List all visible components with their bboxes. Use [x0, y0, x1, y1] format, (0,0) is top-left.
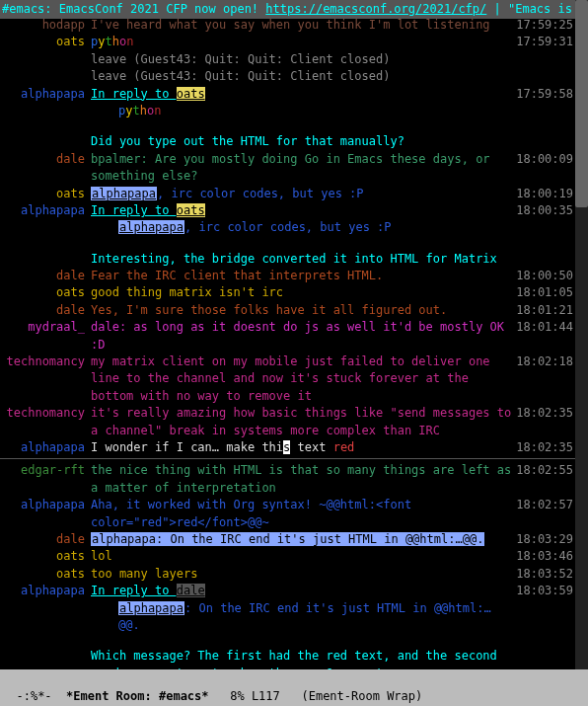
nick-column: dale — [0, 531, 91, 548]
timestamp: 18:02:35 — [516, 405, 575, 422]
message-body: alphapapa, irc color codes, but yes :P — [91, 186, 516, 202]
nick-mydraal_: mydraal_ — [28, 320, 85, 334]
timestamp: 17:59:25 — [516, 17, 575, 34]
mention-alphapapa[interactable]: alphapapa — [118, 601, 184, 615]
message-body: Interesting, the bridge converted it int… — [91, 251, 516, 268]
nick-alphapapa: alphapapa — [21, 498, 85, 511]
nick-column: oats — [0, 34, 91, 50]
timestamp: 18:01:44 — [516, 319, 575, 336]
message-row: mydraal_dale: as long as it doesnt do js… — [0, 319, 575, 353]
in-reply-to-link[interactable]: In reply to — [91, 584, 177, 597]
nick-alphapapa: alphapapa — [21, 87, 85, 101]
reply-target-nick[interactable]: oats — [177, 87, 205, 101]
nick-alphapapa: alphapapa — [21, 584, 85, 597]
in-reply-to-link[interactable]: In reply to — [91, 203, 177, 217]
scrollbar-thumb[interactable] — [575, 0, 588, 207]
message-row: alphapapaIn reply to oatsalphapapa, irc … — [0, 202, 575, 237]
nick-column: technomancy — [0, 405, 91, 422]
message-body: too many layers — [91, 566, 516, 583]
nick-dale: dale — [56, 269, 85, 282]
message-body: Fear the IRC client that interprets HTML… — [91, 268, 516, 284]
timestamp: 18:03:46 — [516, 548, 575, 565]
message-body: dale: as long as it doesnt do js as well… — [91, 319, 516, 353]
message-row: dalebpalmer: Are you mostly doing Go in … — [0, 151, 575, 186]
read-marker — [0, 458, 575, 459]
timestamp: 18:02:18 — [516, 353, 575, 370]
buffer-name: *Ement Room: #emacs* — [66, 689, 209, 703]
mode-indicator: (Ement-Room Wrap) — [301, 689, 422, 703]
nick-column: hodapp — [0, 17, 91, 34]
message-row: alphapapaIn reply to oatspython17:59:58 — [0, 86, 575, 120]
message-row: alphapapaI wonder if I can… make this te… — [0, 439, 575, 456]
message-body: the nice thing with HTML is that so many… — [91, 462, 516, 497]
message-row: alphapapaIn reply to dalealphapapa: On t… — [0, 583, 575, 634]
timestamp: 18:00:19 — [516, 186, 575, 202]
timestamp: 18:03:29 — [516, 531, 575, 548]
message-list: hodappI've heard what you say when you t… — [0, 17, 575, 689]
nick-column: dale — [0, 302, 91, 319]
message-row: dalealphapapa: On the IRC end it's just … — [0, 531, 575, 548]
message-row: technomancymy matrix client on my mobile… — [0, 353, 575, 405]
nick-oats: oats — [56, 187, 85, 200]
nick-column: alphapapa — [0, 583, 91, 599]
message-row: leave (Guest43: Quit: Quit: Client close… — [0, 51, 575, 68]
in-reply-to-link[interactable]: In reply to — [91, 87, 177, 101]
message-body: I wonder if I can… make this text red — [91, 439, 516, 456]
message-row: oatspython17:59:31 — [0, 34, 575, 50]
message-body: Yes, I'm sure those folks have it all fi… — [91, 302, 516, 319]
channel-name: #emacs — [2, 2, 44, 16]
message-row: leave (Guest43: Quit: Quit: Client close… — [0, 68, 575, 85]
timestamp: 18:02:55 — [516, 462, 575, 479]
message-row: alphapapaAha, it worked with Org syntax!… — [0, 497, 575, 531]
message-row: daleFear the IRC client that interprets … — [0, 268, 575, 284]
nick-oats: oats — [56, 285, 85, 299]
message-body: In reply to dalealphapapa: On the IRC en… — [91, 583, 516, 634]
nick-column: technomancy — [0, 353, 91, 370]
mode-line: -:%*- *Ement Room: #emacs* 8% L117 (Emen… — [0, 669, 588, 706]
timestamp: 18:02:57 — [516, 497, 575, 513]
nick-column: mydraal_ — [0, 319, 91, 336]
message-row: daleYes, I'm sure those folks have it al… — [0, 302, 575, 319]
message-row: oatslol18:03:46 — [0, 548, 575, 565]
timestamp: 18:00:50 — [516, 268, 575, 284]
reply-target-nick[interactable]: dale — [177, 584, 205, 597]
timestamp: 18:01:21 — [516, 302, 575, 319]
message-body: Aha, it worked with Org syntax! ~@@html:… — [91, 497, 516, 531]
timestamp: 18:03:52 — [516, 566, 575, 583]
nick-column: alphapapa — [0, 497, 91, 513]
nick-column: oats — [0, 566, 91, 583]
nick-dale: dale — [56, 152, 85, 166]
nick-column: oats — [0, 548, 91, 565]
timestamp: 18:00:09 — [516, 151, 575, 168]
message-body: Did you type out the HTML for that manua… — [91, 133, 516, 150]
nick-column: alphapapa — [0, 202, 91, 219]
message-row: edgar-rftthe nice thing with HTML is tha… — [0, 462, 575, 497]
nick-column: edgar-rft — [0, 462, 91, 479]
nick-column: oats — [0, 186, 91, 202]
mention-alphapapa[interactable]: alphapapa — [91, 187, 157, 200]
message-row: oatsgood thing matrix isn't irc18:01:05 — [0, 284, 575, 301]
message-body: good thing matrix isn't irc — [91, 284, 516, 301]
nick-oats: oats — [56, 567, 85, 581]
topic-link[interactable]: https://emacsconf.org/2021/cfp/ — [265, 2, 486, 16]
message-body: In reply to oatsalphapapa, irc color cod… — [91, 202, 516, 237]
timestamp: 18:02:35 — [516, 439, 575, 456]
nick-technomancy: technomancy — [7, 354, 85, 368]
nick-hodapp: hodapp — [42, 18, 85, 32]
mention-alphapapa[interactable]: alphapapa — [118, 220, 184, 234]
nick-column: oats — [0, 284, 91, 301]
nick-technomancy: technomancy — [7, 406, 85, 420]
reply-target-nick[interactable]: oats — [177, 203, 205, 217]
message-body: my matrix client on my mobile just faile… — [91, 353, 516, 405]
nick-oats: oats — [56, 35, 85, 48]
message-body: it's really amazing how basic things lik… — [91, 405, 516, 439]
nick-column: alphapapa — [0, 86, 91, 103]
message-row: oatstoo many layers18:03:52 — [0, 566, 575, 583]
message-body: leave (Guest43: Quit: Quit: Client close… — [91, 51, 516, 68]
timestamp: 17:59:58 — [516, 86, 575, 103]
scrollbar-track[interactable] — [575, 0, 588, 706]
message-body: bpalmer: Are you mostly doing Go in Emac… — [91, 151, 516, 186]
timestamp: 17:59:31 — [516, 34, 575, 50]
nick-dale: dale — [56, 303, 85, 317]
message-body: In reply to oatspython — [91, 86, 516, 120]
